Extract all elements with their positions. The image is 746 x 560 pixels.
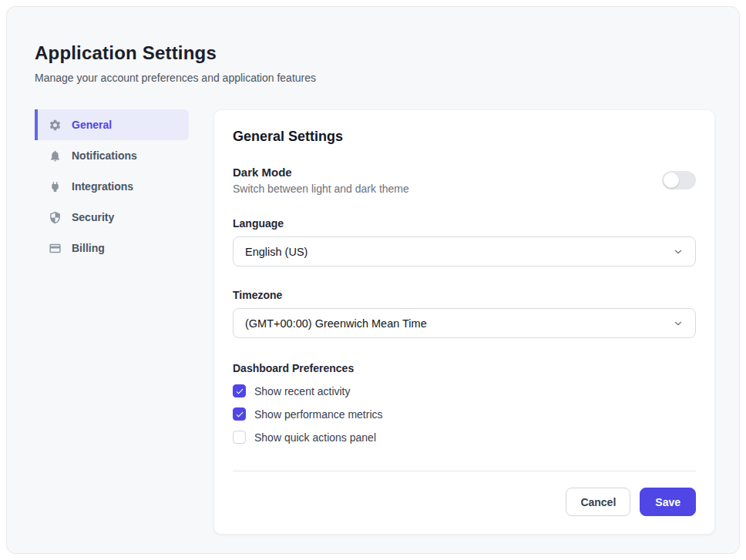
dashboard-preferences-label: Dashboard Preferences bbox=[233, 362, 696, 374]
bell-icon bbox=[49, 149, 62, 163]
dark-mode-row: Dark Mode Switch between light and dark … bbox=[233, 166, 696, 195]
sidebar-item-general[interactable]: General bbox=[35, 109, 189, 140]
save-button[interactable]: Save bbox=[640, 488, 696, 516]
checkbox-label: Show quick actions panel bbox=[254, 431, 376, 444]
language-select[interactable]: English (US) bbox=[233, 236, 696, 267]
page-subtitle: Manage your account preferences and appl… bbox=[35, 72, 711, 84]
checkbox-box bbox=[233, 384, 246, 397]
panel-title: General Settings bbox=[233, 129, 696, 145]
sidebar-item-notifications[interactable]: Notifications bbox=[35, 140, 189, 171]
checkbox-label: Show recent activity bbox=[254, 385, 351, 397]
credit-card-icon bbox=[49, 242, 62, 255]
checkbox-show-quick-actions-panel[interactable]: Show quick actions panel bbox=[233, 431, 696, 444]
checkbox-box bbox=[233, 407, 246, 421]
shield-icon bbox=[49, 211, 62, 224]
sidebar-item-label: Security bbox=[72, 211, 114, 223]
language-label: Language bbox=[233, 217, 696, 230]
checkbox-label: Show performance metrics bbox=[254, 408, 383, 421]
timezone-value: (GMT+00:00) Greenwich Mean Time bbox=[245, 317, 427, 330]
chevron-down-icon bbox=[673, 246, 684, 257]
timezone-field: Timezone (GMT+00:00) Greenwich Mean Time bbox=[233, 289, 696, 338]
language-field: Language English (US) bbox=[233, 217, 696, 267]
footer-actions: Cancel Save bbox=[233, 488, 696, 516]
sidebar-item-label: General bbox=[72, 119, 112, 131]
app-surface: Application Settings Manage your account… bbox=[6, 6, 740, 554]
page-header: Application Settings Manage your account… bbox=[7, 7, 739, 84]
sidebar-item-integrations[interactable]: Integrations bbox=[35, 171, 189, 202]
sidebar-item-billing[interactable]: Billing bbox=[35, 233, 189, 263]
plug-icon bbox=[49, 180, 62, 193]
checkbox-box bbox=[233, 431, 246, 444]
dark-mode-label: Dark Mode bbox=[233, 166, 409, 179]
dark-mode-toggle[interactable] bbox=[662, 171, 696, 189]
toggle-knob bbox=[664, 173, 679, 188]
settings-sidebar: General Notifications Integrations Secur… bbox=[35, 109, 189, 263]
timezone-select[interactable]: (GMT+00:00) Greenwich Mean Time bbox=[233, 308, 696, 338]
gear-icon bbox=[49, 119, 62, 132]
dark-mode-description: Switch between light and dark theme bbox=[233, 183, 409, 195]
general-settings-panel: General Settings Dark Mode Switch betwee… bbox=[213, 109, 715, 535]
cancel-button[interactable]: Cancel bbox=[566, 488, 630, 516]
sidebar-item-label: Notifications bbox=[72, 149, 137, 162]
sidebar-item-label: Integrations bbox=[72, 180, 133, 193]
dashboard-preferences-group: Dashboard Preferences Show recent activi… bbox=[233, 362, 696, 444]
sidebar-item-security[interactable]: Security bbox=[35, 202, 189, 233]
chevron-down-icon bbox=[673, 318, 684, 329]
sidebar-item-label: Billing bbox=[72, 242, 105, 254]
footer-divider bbox=[233, 471, 696, 471]
checkbox-show-performance-metrics[interactable]: Show performance metrics bbox=[233, 407, 696, 421]
checkbox-show-recent-activity[interactable]: Show recent activity bbox=[233, 384, 696, 397]
dark-mode-text: Dark Mode Switch between light and dark … bbox=[233, 166, 409, 195]
content-area: General Notifications Integrations Secur… bbox=[7, 109, 739, 535]
page-title: Application Settings bbox=[35, 42, 711, 64]
language-value: English (US) bbox=[245, 246, 307, 258]
timezone-label: Timezone bbox=[233, 289, 696, 301]
